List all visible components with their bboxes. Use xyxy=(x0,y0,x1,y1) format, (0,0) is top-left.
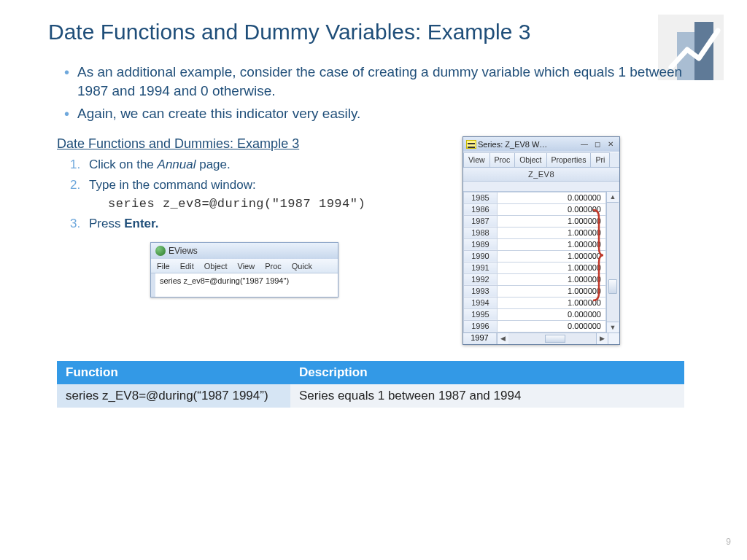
maximize-icon[interactable]: ◻ xyxy=(592,139,603,149)
menu-edit[interactable]: Edit xyxy=(180,262,194,271)
brace-annotation xyxy=(592,209,603,302)
value-cell: 1.000000 xyxy=(498,273,606,285)
step-1: Click on the Annual page. xyxy=(70,156,442,174)
function-summary-table: Function Description series z_EV8=@durin… xyxy=(57,361,684,408)
year-cell: 1993 xyxy=(464,285,498,297)
tab-properties[interactable]: Properties xyxy=(546,152,592,167)
table-row: 19921.000000 xyxy=(464,273,606,285)
value-cell: 1.000000 xyxy=(498,215,606,227)
scroll-left-icon[interactable]: ◀ xyxy=(497,333,508,344)
scroll-down-icon[interactable]: ▼ xyxy=(607,322,619,332)
description-cell: Series equals 1 between 1987 and 1994 xyxy=(290,384,684,408)
step-2: Type in the command window: xyxy=(70,176,442,194)
year-cell: 1994 xyxy=(464,297,498,308)
value-cell: 0.000000 xyxy=(498,308,606,320)
menu-view[interactable]: View xyxy=(238,262,255,271)
slide-title: Date Functions and Dummy Variables: Exam… xyxy=(48,19,603,45)
scroll-thumb[interactable] xyxy=(608,279,617,294)
menu-quick[interactable]: Quick xyxy=(292,262,312,271)
menu-proc[interactable]: Proc xyxy=(265,262,282,271)
series-window-title: Series: Z_EV8 W… xyxy=(478,140,577,149)
year-cell: 1991 xyxy=(464,262,498,273)
year-cell: 1992 xyxy=(464,273,498,285)
table-row: 19860.000000 xyxy=(464,203,606,215)
table-row: 19960.000000 xyxy=(464,320,606,332)
col-function: Function xyxy=(57,361,290,384)
eviews-series-window: Series: Z_EV8 W… — ◻ ✕ View Proc Object … xyxy=(462,136,620,345)
value-cell: 0.000000 xyxy=(498,320,606,332)
series-icon xyxy=(466,140,476,149)
close-icon[interactable]: ✕ xyxy=(605,139,616,149)
year-cell: 1988 xyxy=(464,227,498,238)
eviews-command-input[interactable]: series z_ev8=@during("1987 1994") xyxy=(151,273,338,297)
tab-object[interactable]: Object xyxy=(514,152,546,167)
series-name-header: Z_EV8 xyxy=(463,168,619,182)
value-cell: 1.000000 xyxy=(498,250,606,262)
eviews-title-text: EViews xyxy=(169,246,198,256)
last-year-cell: 1997 xyxy=(463,333,497,344)
bullet-1: As an additional example, consider the c… xyxy=(64,63,699,100)
table-row: 19901.000000 xyxy=(464,250,606,262)
scroll-corner xyxy=(608,333,619,344)
value-cell: 1.000000 xyxy=(498,238,606,250)
menu-object[interactable]: Object xyxy=(204,262,228,271)
procedure-title: Date Functions and Dummies: Example 3 xyxy=(57,136,442,152)
minimize-icon[interactable]: — xyxy=(578,139,590,149)
series-blank-row xyxy=(463,182,619,192)
tab-print[interactable]: Pri xyxy=(590,152,610,167)
bullet-2: Again, we can create this indicator very… xyxy=(64,104,699,123)
eviews-command-window: EViews File Edit Object View Proc Quick … xyxy=(150,242,338,298)
table-row: 19891.000000 xyxy=(464,238,606,250)
table-row: 19871.000000 xyxy=(464,215,606,227)
step-3: Press Enter. xyxy=(70,215,442,233)
page-number: 9 xyxy=(726,537,731,547)
series-data-grid: 19850.00000019860.00000019871.0000001988… xyxy=(463,192,606,332)
table-row: 19941.000000 xyxy=(464,297,606,308)
year-cell: 1995 xyxy=(464,308,498,320)
tab-view[interactable]: View xyxy=(463,152,490,167)
value-cell: 1.000000 xyxy=(498,227,606,238)
value-cell: 0.000000 xyxy=(498,192,606,203)
eviews-titlebar: EViews xyxy=(151,243,338,259)
value-cell: 1.000000 xyxy=(498,285,606,297)
hscroll-thumb[interactable] xyxy=(545,335,565,343)
vertical-scrollbar[interactable]: ▲ ▼ xyxy=(606,192,619,332)
command-code: series z_ev8=@during("1987 1994") xyxy=(108,197,442,211)
year-cell: 1986 xyxy=(464,203,498,215)
eviews-menubar[interactable]: File Edit Object View Proc Quick xyxy=(151,259,338,273)
value-cell: 1.000000 xyxy=(498,297,606,308)
value-cell: 1.000000 xyxy=(498,262,606,273)
year-cell: 1989 xyxy=(464,238,498,250)
year-cell: 1990 xyxy=(464,250,498,262)
scroll-right-icon[interactable]: ▶ xyxy=(596,333,608,344)
function-cell: series z_EV8=@during(“1987 1994”) xyxy=(57,384,290,408)
horizontal-scrollbar[interactable]: 1997 ◀ ▶ xyxy=(463,332,619,344)
tab-proc[interactable]: Proc xyxy=(489,152,516,167)
table-row: 19881.000000 xyxy=(464,227,606,238)
table-row: 19850.000000 xyxy=(464,192,606,203)
year-cell: 1996 xyxy=(464,320,498,332)
year-cell: 1987 xyxy=(464,215,498,227)
value-cell: 0.000000 xyxy=(498,203,606,215)
table-row: 19950.000000 xyxy=(464,308,606,320)
scroll-up-icon[interactable]: ▲ xyxy=(607,192,619,203)
col-description: Description xyxy=(290,361,684,384)
table-row: 19931.000000 xyxy=(464,285,606,297)
year-cell: 1985 xyxy=(464,192,498,203)
table-row: 19911.000000 xyxy=(464,262,606,273)
eviews-orb-icon xyxy=(155,246,166,256)
menu-file[interactable]: File xyxy=(157,262,170,271)
